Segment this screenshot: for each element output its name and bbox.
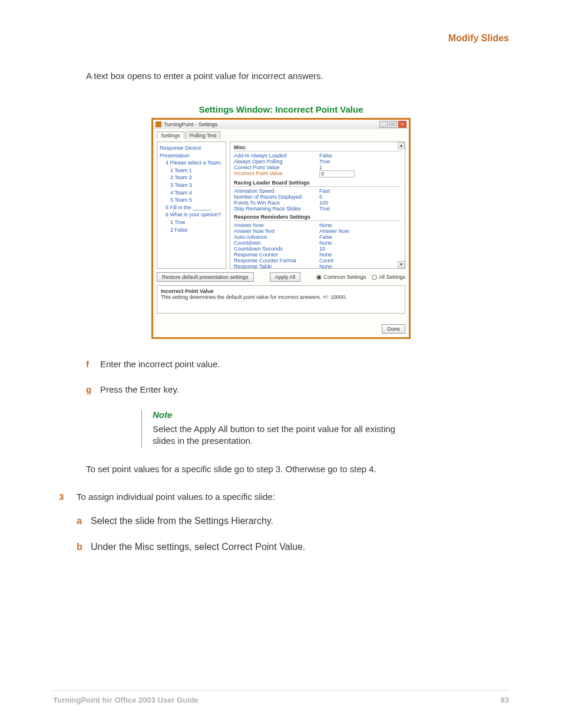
setting-value[interactable]: None	[319, 263, 332, 269]
page-section-header: Modify Slides	[448, 33, 509, 44]
maximize-button[interactable]: ▭	[389, 121, 397, 128]
tree-node[interactable]: Response Device	[160, 144, 223, 152]
footer-page-number: 83	[501, 696, 509, 704]
step-text: Enter the incorrect point value.	[100, 359, 220, 369]
setting-value[interactable]: Fast	[319, 188, 330, 194]
done-button[interactable]: Done	[382, 324, 405, 334]
settings-list-panel: ▴ Misc Add-In Always LoadedFalse Always …	[230, 141, 405, 269]
setting-value[interactable]: Answer Now	[319, 228, 349, 234]
section-racing: Racing Leader Board Settings	[234, 180, 401, 187]
setting-key-incorrect-point-value[interactable]: Incorrect Point Value	[234, 170, 319, 177]
window-titlebar: TurningPoint - Settings _ ▭ ×	[153, 120, 409, 129]
tree-node[interactable]: 4 Team 4	[160, 189, 223, 197]
note-divider	[141, 410, 142, 447]
setting-value[interactable]: True	[319, 159, 330, 164]
note-block: Note Select the Apply All button to set …	[141, 410, 509, 447]
step-letter-a: a	[77, 516, 91, 526]
step-text: Under the Misc settings, select Correct …	[91, 542, 305, 552]
setting-description-box: Incorrect Point Value This setting deter…	[157, 285, 405, 314]
radio-label: Common Settings	[323, 274, 366, 280]
setting-value[interactable]: 5	[319, 194, 322, 200]
setting-value[interactable]: False	[319, 153, 332, 159]
settings-hierarchy-tree[interactable]: Response Device Presentation 4 Please se…	[157, 141, 226, 269]
setting-key[interactable]: Skip Remaining Race Slides	[234, 206, 319, 212]
setting-value[interactable]: False	[319, 234, 332, 240]
setting-key[interactable]: Always Open Polling	[234, 159, 319, 164]
tab-polling-test[interactable]: Polling Test	[186, 131, 221, 139]
setting-value[interactable]: None	[319, 240, 332, 246]
step-letter-b: b	[77, 542, 91, 552]
scroll-down-button[interactable]: ▾	[398, 261, 405, 268]
section-reminders: Response Reminders Settings	[234, 214, 401, 221]
step-number-3: 3	[59, 492, 77, 502]
setting-key[interactable]: Response Counter Format	[234, 258, 319, 263]
setting-key[interactable]: Points To Win Race	[234, 200, 319, 206]
radio-common-settings[interactable]: Common Settings	[316, 274, 366, 280]
note-title: Note	[153, 410, 400, 420]
tree-node[interactable]: 6 What is your opinion?	[160, 211, 223, 219]
minimize-button[interactable]: _	[379, 121, 388, 128]
radio-all-settings[interactable]: All Settings	[372, 274, 405, 280]
setting-key[interactable]: Response Table	[234, 263, 319, 269]
tree-node[interactable]: 1 True	[160, 219, 223, 226]
tree-node[interactable]: 5 Fill in the ______.	[160, 204, 223, 212]
setting-key[interactable]: Countdown	[234, 240, 319, 246]
setting-key[interactable]: Answer Now Text	[234, 228, 319, 234]
radio-dot-off-icon	[372, 275, 377, 280]
setting-key[interactable]: Correct Point Value	[234, 164, 319, 170]
setting-value[interactable]: 10	[319, 246, 325, 252]
description-text: This setting determines the default poin…	[161, 294, 401, 300]
description-title: Incorrect Point Value	[161, 288, 401, 294]
tree-node[interactable]: 2 Team 2	[160, 174, 223, 182]
restore-defaults-button[interactable]: Restore default presentation settings	[157, 272, 254, 282]
apply-all-button[interactable]: Apply All	[270, 272, 301, 282]
tree-node[interactable]: 4 Please select a Team.	[160, 159, 223, 167]
setting-value[interactable]: 100	[319, 200, 328, 206]
radio-dot-on-icon	[316, 275, 322, 280]
setting-key[interactable]: Response Counter	[234, 252, 319, 258]
tree-node[interactable]: 2 False	[160, 226, 223, 234]
tree-node[interactable]: Presentation	[160, 152, 223, 160]
intro-text: A text box opens to enter a point value …	[86, 71, 509, 81]
step-text: Select the slide from the Settings Hiera…	[91, 516, 273, 526]
step-letter-g: g	[86, 384, 100, 394]
scroll-up-button[interactable]: ▴	[398, 142, 405, 149]
setting-key[interactable]: Animation Speed	[234, 188, 319, 194]
tree-node[interactable]: 5 Team 5	[160, 196, 223, 204]
setting-key[interactable]: Auto-Advance	[234, 234, 319, 240]
transition-text: To set point values for a specific slide…	[86, 464, 509, 474]
step-text: To assign individual point values to a s…	[77, 492, 275, 502]
setting-value[interactable]: Count	[319, 258, 333, 263]
step-text: Press the Enter key.	[100, 384, 179, 394]
footer-doc-title: TurningPoint for Office 2003 User Guide	[53, 696, 199, 704]
app-icon	[156, 121, 161, 127]
section-misc: Misc	[234, 144, 401, 151]
setting-key[interactable]: Number of Racers Displayed	[234, 194, 319, 200]
radio-label: All Settings	[379, 274, 405, 280]
step-letter-f: f	[86, 359, 100, 369]
tree-node[interactable]: 3 Team 3	[160, 182, 223, 189]
settings-window-screenshot: TurningPoint - Settings _ ▭ × Settings P…	[151, 118, 411, 339]
setting-value[interactable]: None	[319, 252, 332, 258]
tree-node[interactable]: 1 Team 1	[160, 167, 223, 174]
window-title: TurningPoint - Settings	[164, 121, 217, 127]
setting-key[interactable]: Add-In Always Loaded	[234, 153, 319, 159]
figure-caption: Settings Window: Incorrect Point Value	[53, 104, 509, 114]
setting-key[interactable]: Countdown Seconds	[234, 246, 319, 252]
note-text: Select the Apply All button to set the p…	[153, 423, 400, 447]
close-button[interactable]: ×	[398, 121, 406, 128]
setting-value[interactable]: True	[319, 206, 330, 212]
incorrect-point-value-input[interactable]: 0	[319, 170, 355, 177]
setting-value[interactable]: None	[319, 222, 332, 228]
setting-key[interactable]: Answer Now	[234, 222, 319, 228]
tab-settings[interactable]: Settings	[157, 131, 184, 139]
setting-value[interactable]: 1	[319, 164, 322, 170]
